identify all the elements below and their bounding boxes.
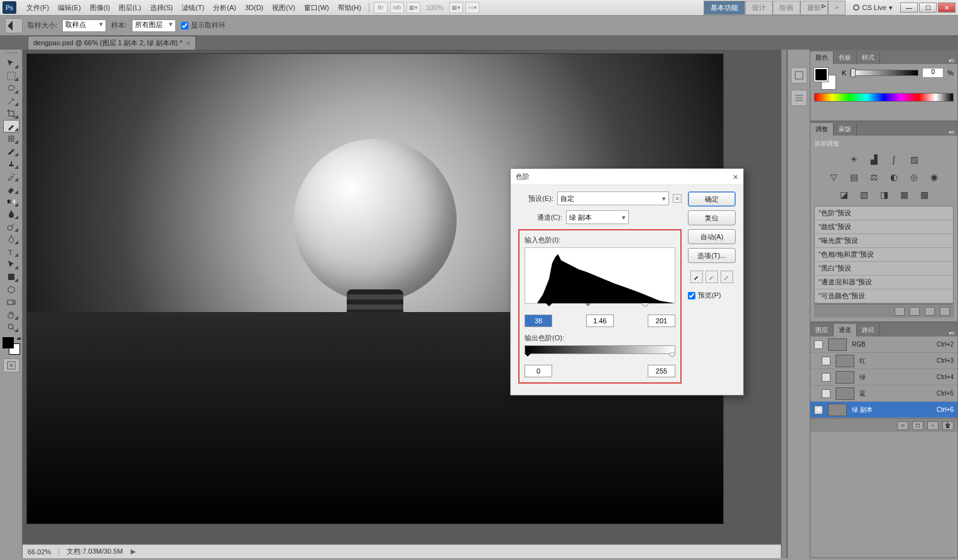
clip-to-layer-icon[interactable]	[925, 307, 935, 316]
view-extras-button[interactable]: ▦▾	[406, 2, 420, 13]
return-to-list-icon[interactable]	[895, 307, 905, 316]
levels-icon[interactable]: ▟	[867, 153, 881, 166]
maximize-button[interactable]: ☐	[919, 3, 937, 13]
expand-view-icon[interactable]	[910, 307, 920, 316]
tool-preset-picker[interactable]	[5, 18, 23, 33]
preset-hue-sat[interactable]: ▷"色相/饱和度"预设	[815, 248, 953, 262]
tab-channels[interactable]: 通道	[834, 324, 857, 337]
output-slider-track[interactable]	[525, 353, 675, 362]
tab-paths[interactable]: 路径	[857, 324, 880, 337]
channel-blue[interactable]: 蓝 Ctrl+5	[810, 385, 957, 402]
history-panel-icon[interactable]	[791, 67, 807, 83]
preset-select[interactable]: 自定	[557, 191, 669, 205]
load-channel-selection-icon[interactable]: ○	[897, 421, 908, 430]
workspace-essentials[interactable]: 基本功能	[704, 1, 745, 15]
launch-bridge-button[interactable]: Br	[374, 2, 388, 13]
exposure-icon[interactable]: ▨	[907, 153, 921, 166]
k-slider[interactable]	[850, 70, 918, 76]
channel-green-copy[interactable]: 👁 绿 副本 Ctrl+6	[810, 402, 957, 418]
type-tool[interactable]: T	[3, 245, 19, 258]
menu-select[interactable]: 选择(S)	[146, 2, 177, 14]
menu-window[interactable]: 窗口(W)	[300, 2, 333, 14]
preset-channel-mixer[interactable]: ▷"通道混和器"预设	[815, 276, 953, 289]
preview-checkbox[interactable]: 预览(P)	[688, 291, 736, 300]
preset-black-white[interactable]: ▷"黑白"预设	[815, 262, 953, 276]
blur-tool[interactable]	[3, 208, 19, 220]
quick-mask-button[interactable]	[3, 358, 19, 372]
menu-view[interactable]: 视图(V)	[268, 2, 299, 14]
output-gradient[interactable]	[525, 345, 675, 354]
launch-minibridge-button[interactable]: Mb	[390, 2, 404, 13]
white-eyedropper[interactable]	[721, 271, 733, 283]
shape-tool[interactable]	[3, 271, 19, 283]
menu-image[interactable]: 图像(I)	[86, 2, 114, 14]
color-ramp[interactable]	[814, 93, 954, 102]
reset-button[interactable]: 复位	[688, 210, 736, 225]
status-docinfo[interactable]: 文档:7.03M/30.5M	[67, 547, 122, 556]
menu-layer[interactable]: 图层(L)	[115, 2, 144, 14]
healing-brush-tool[interactable]	[3, 132, 19, 145]
eraser-tool[interactable]	[3, 183, 19, 195]
dodge-tool[interactable]	[3, 220, 19, 233]
gradient-tool[interactable]	[3, 195, 19, 208]
black-white-icon[interactable]: ◐	[887, 171, 901, 183]
eyedropper-tool[interactable]	[3, 120, 19, 132]
history-brush-tool[interactable]	[3, 170, 19, 183]
trash-icon[interactable]	[940, 307, 950, 316]
workspace-design[interactable]: 设计	[745, 1, 773, 15]
actions-panel-icon[interactable]	[791, 90, 807, 106]
preset-menu-icon[interactable]: ≡	[673, 194, 682, 203]
show-sampling-ring-checkbox[interactable]: 显示取样环	[181, 21, 226, 30]
menu-analysis[interactable]: 分析(A)	[209, 2, 240, 14]
new-channel-icon[interactable]: ▫	[927, 421, 939, 430]
channel-red[interactable]: 红 Ctrl+3	[810, 353, 957, 369]
3d-camera-tool[interactable]	[3, 296, 19, 308]
color-swatches[interactable]: ⇄	[3, 337, 20, 355]
preset-levels[interactable]: ▷"色阶"预设	[815, 207, 953, 220]
screen-mode-button[interactable]: ▭▾	[465, 2, 479, 13]
input-black-value[interactable]: 38	[525, 315, 552, 327]
channel-rgb[interactable]: RGB Ctrl+2	[810, 337, 957, 353]
output-white-value[interactable]: 255	[648, 365, 675, 377]
vibrance-icon[interactable]: ▽	[827, 171, 841, 183]
move-tool[interactable]	[3, 57, 19, 70]
document-tab[interactable]: dengpao.psd @ 66% (图层 1 副本 2, 绿 副本/8) * …	[28, 36, 196, 50]
brush-tool[interactable]	[3, 145, 19, 158]
close-button[interactable]: ✕	[938, 3, 955, 13]
zoom-tool[interactable]	[3, 321, 19, 333]
output-black-value[interactable]: 0	[525, 365, 552, 377]
gamma-slider[interactable]	[585, 303, 591, 310]
pen-tool[interactable]	[3, 233, 19, 245]
visibility-toggle[interactable]	[814, 340, 823, 349]
output-black-slider[interactable]	[525, 353, 531, 360]
cs-live-button[interactable]: CS Live ▾	[853, 4, 893, 12]
path-selection-tool[interactable]	[3, 258, 19, 271]
invert-icon[interactable]: ◪	[837, 188, 851, 201]
ok-button[interactable]: 确定	[688, 191, 736, 207]
options-button[interactable]: 选项(T)...	[688, 248, 736, 263]
auto-button[interactable]: 自动(A)	[688, 229, 736, 244]
preview-input[interactable]	[688, 292, 695, 299]
color-swatch-pair[interactable]	[814, 68, 836, 89]
show-ring-input[interactable]	[181, 22, 188, 30]
black-eyedropper[interactable]	[690, 271, 703, 283]
save-selection-channel-icon[interactable]: □	[912, 421, 923, 430]
histogram[interactable]	[525, 247, 675, 304]
menu-edit[interactable]: 编辑(E)	[54, 2, 85, 14]
input-white-value[interactable]: 201	[648, 315, 675, 327]
tab-adjustments[interactable]: 调整	[810, 123, 834, 136]
toolbox-grip[interactable]	[6, 52, 17, 56]
panel-collapse-bar[interactable]	[781, 50, 787, 558]
dialog-titlebar[interactable]: 色阶 ×	[511, 169, 743, 185]
slider-thumb[interactable]	[851, 68, 856, 77]
workspace-more[interactable]: »	[828, 1, 846, 15]
marquee-tool[interactable]	[3, 70, 19, 82]
tab-swatches[interactable]: 色板	[834, 51, 857, 64]
visibility-toggle[interactable]	[822, 357, 830, 365]
k-value-input[interactable]: 0	[922, 68, 944, 78]
panel-menu-icon[interactable]: ▾≡	[946, 129, 957, 136]
3d-tool[interactable]	[3, 283, 19, 296]
panel-menu-icon[interactable]: ▾≡	[946, 57, 957, 64]
gray-eyedropper[interactable]	[705, 271, 718, 283]
posterize-icon[interactable]: ▧	[857, 188, 871, 201]
